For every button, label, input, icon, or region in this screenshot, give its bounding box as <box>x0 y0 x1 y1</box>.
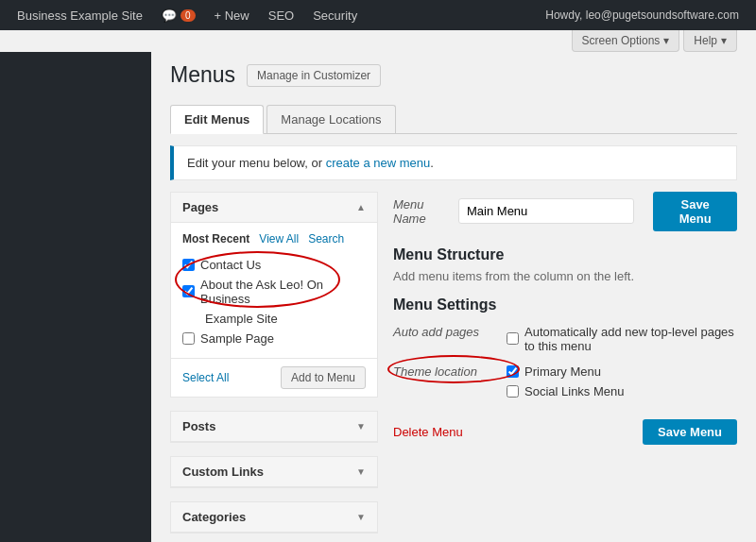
select-all-link[interactable]: Select All <box>182 371 229 384</box>
primary-menu-checkbox[interactable] <box>507 365 519 378</box>
theme-location-row: Theme location Primary Menu Social Links… <box>393 359 737 404</box>
admin-bar: Business Example Site 💬 0 + New SEO Secu… <box>0 0 756 30</box>
delete-menu-link[interactable]: Delete Menu <box>393 425 463 439</box>
top-bar: Screen Options ▾ Help ▾ <box>0 30 756 52</box>
primary-menu-label: Primary Menu <box>524 364 601 379</box>
page-item-contact-us: Contact Us <box>182 255 366 275</box>
screen-options-button[interactable]: Screen Options ▾ <box>572 30 680 52</box>
howdy-text[interactable]: Howdy, leo@pugetsoundsoftware.com <box>536 0 748 30</box>
notice-text-after: . <box>430 156 434 170</box>
comment-icon: 💬 <box>162 8 177 23</box>
notice-text: Edit your menu below, or <box>187 156 326 170</box>
help-label: Help <box>694 34 717 47</box>
page-title: Menus <box>170 61 235 90</box>
pages-sub-tabs: Most Recent View All Search <box>182 232 366 246</box>
help-button[interactable]: Help ▾ <box>683 30 737 52</box>
right-panel: Menu Name Save Menu Menu Structure Add m… <box>393 192 737 445</box>
page-label-contact-us: Contact Us <box>200 258 261 272</box>
page-checkbox-contact-us[interactable] <box>182 259 195 271</box>
help-arrow: ▾ <box>721 34 727 47</box>
custom-links-title: Custom Links <box>182 465 264 479</box>
page-item-sample: Sample Page <box>182 329 366 348</box>
editor-wrap: Pages ▲ Most Recent View All Search <box>170 192 737 542</box>
auto-add-desc: Automatically add new top-level pages to… <box>524 325 737 353</box>
posts-panel-title: Posts <box>182 419 215 433</box>
page-label-example: Example Site <box>205 312 278 326</box>
create-new-menu-link[interactable]: create a new menu <box>326 156 431 170</box>
categories-title: Categories <box>182 510 246 524</box>
auto-add-pages-row: Auto add pages Automatically add new top… <box>393 319 737 359</box>
categories-arrow: ▼ <box>356 512 366 522</box>
menu-name-input[interactable] <box>458 198 634 224</box>
pages-panel-arrow: ▲ <box>356 202 366 212</box>
theme-location-content: Primary Menu Social Links Menu <box>507 364 625 398</box>
security-link[interactable]: Security <box>303 0 367 30</box>
posts-panel: Posts ▼ <box>170 411 378 443</box>
custom-links-panel: Custom Links ▼ <box>170 456 378 488</box>
tabs: Edit Menus Manage Locations <box>170 105 737 134</box>
subtab-most-recent[interactable]: Most Recent <box>182 232 249 246</box>
screen-options-arrow: ▾ <box>663 34 669 47</box>
screen-options-label: Screen Options <box>582 34 661 47</box>
seo-link[interactable]: SEO <box>259 0 303 30</box>
auto-add-item: Automatically add new top-level pages to… <box>507 325 737 353</box>
posts-panel-header[interactable]: Posts ▼ <box>171 412 377 442</box>
page-header: Menus Manage in Customizer <box>170 61 737 95</box>
sidebar <box>0 52 151 542</box>
bottom-actions: Delete Menu Save Menu <box>393 419 737 445</box>
social-links-label: Social Links Menu <box>524 384 625 398</box>
custom-links-arrow: ▼ <box>356 466 366 477</box>
menu-structure-desc: Add menu items from the column on the le… <box>393 269 737 283</box>
tab-edit-menus[interactable]: Edit Menus <box>170 105 264 134</box>
menu-structure-title: Menu Structure <box>393 246 737 263</box>
pages-panel-header[interactable]: Pages ▲ <box>171 193 377 223</box>
notice-bar: Edit your menu below, or create a new me… <box>170 145 737 180</box>
auto-add-content: Automatically add new top-level pages to… <box>507 325 737 353</box>
tab-manage-locations[interactable]: Manage Locations <box>266 105 395 133</box>
page-label-sample: Sample Page <box>200 331 274 346</box>
categories-panel: Categories ▼ <box>170 501 378 534</box>
admin-bar-left: Business Example Site 💬 0 + New SEO Secu… <box>8 0 536 30</box>
menu-settings-title: Menu Settings <box>393 296 737 313</box>
subtab-search[interactable]: Search <box>308 232 344 246</box>
left-panel: Pages ▲ Most Recent View All Search <box>170 192 378 542</box>
social-links-checkbox[interactable] <box>507 385 519 398</box>
auto-add-label: Auto add pages <box>393 325 497 339</box>
main-wrap: Menus Manage in Customizer Edit Menus Ma… <box>0 52 756 542</box>
save-menu-button-top[interactable]: Save Menu <box>653 192 737 231</box>
page-checkbox-about[interactable] <box>182 285 195 297</box>
manage-in-customizer-button[interactable]: Manage in Customizer <box>247 64 381 87</box>
content-area: Menus Manage in Customizer Edit Menus Ma… <box>151 52 756 542</box>
pages-panel-body: Most Recent View All Search Contact Us <box>171 223 377 358</box>
pages-items-container: Contact Us About the Ask Leo! On Busines… <box>182 255 366 348</box>
page-item-about: About the Ask Leo! On Business <box>182 275 366 309</box>
categories-panel-header[interactable]: Categories ▼ <box>171 502 377 533</box>
theme-location-label: Theme location <box>393 364 497 379</box>
custom-links-panel-header[interactable]: Custom Links ▼ <box>171 457 377 487</box>
add-to-menu-button[interactable]: Add to Menu <box>281 366 366 389</box>
save-menu-button-bottom[interactable]: Save Menu <box>643 419 737 445</box>
primary-menu-item: Primary Menu <box>507 364 625 379</box>
pages-panel-title: Pages <box>182 200 218 214</box>
comment-count: 0 <box>180 9 196 22</box>
new-link[interactable]: + New <box>205 0 259 30</box>
page-label-about: About the Ask Leo! On Business <box>200 278 366 306</box>
posts-panel-arrow: ▼ <box>356 421 366 432</box>
comments-link[interactable]: 💬 0 <box>152 0 205 30</box>
page-checkbox-sample[interactable] <box>182 332 195 345</box>
social-links-item: Social Links Menu <box>507 384 625 398</box>
auto-add-checkbox[interactable] <box>507 332 519 345</box>
page-label-example-spacer <box>182 312 199 326</box>
menu-name-row: Menu Name Save Menu <box>393 192 737 231</box>
pages-panel-footer: Select All Add to Menu <box>171 358 377 397</box>
pages-panel: Pages ▲ Most Recent View All Search <box>170 192 378 398</box>
page-item-example: Example Site <box>182 309 366 329</box>
subtab-view-all[interactable]: View All <box>259 232 299 246</box>
admin-bar-right: Howdy, leo@pugetsoundsoftware.com <box>536 0 748 30</box>
site-name[interactable]: Business Example Site <box>8 0 152 30</box>
menu-name-label: Menu Name <box>393 197 449 226</box>
